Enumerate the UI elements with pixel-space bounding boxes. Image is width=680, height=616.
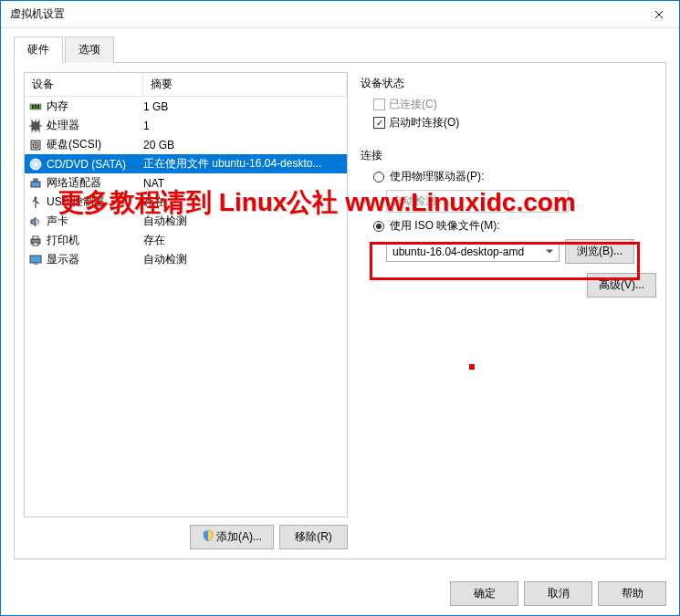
- connect-on-start-checkbox[interactable]: ✓: [373, 117, 385, 129]
- device-row-printer[interactable]: 打印机存在: [25, 231, 347, 250]
- svg-rect-17: [34, 263, 37, 265]
- iso-input-row: ubuntu-16.04-desktop-amd 浏览(B)...: [386, 239, 656, 264]
- iso-file-combo[interactable]: ubuntu-16.04-desktop-amd: [386, 242, 560, 262]
- device-row-cpu[interactable]: 处理器1: [25, 116, 347, 135]
- device-table: 设备 摘要 内存1 GB处理器1硬盘(SCSI)20 GBCD/DVD (SAT…: [24, 72, 348, 517]
- device-name: 显示器: [47, 252, 79, 267]
- device-name: 硬盘(SCSI): [47, 137, 101, 152]
- table-body: 内存1 GB处理器1硬盘(SCSI)20 GBCD/DVD (SATA)正在使用…: [25, 97, 347, 517]
- remove-button[interactable]: 移除(R): [279, 525, 348, 549]
- iso-row[interactable]: 使用 ISO 映像文件(M):: [373, 218, 656, 234]
- svg-rect-14: [33, 236, 38, 239]
- device-row-display[interactable]: 显示器自动检测: [25, 250, 347, 269]
- tab-bar: 硬件 选项: [14, 36, 666, 63]
- cpu-icon: [28, 119, 43, 133]
- close-button[interactable]: [638, 1, 679, 27]
- device-summary: 存在: [143, 233, 343, 248]
- svg-rect-16: [30, 256, 41, 263]
- browse-button[interactable]: 浏览(B)...: [565, 239, 634, 264]
- device-row-net[interactable]: 网络适配器NAT: [25, 173, 347, 193]
- advanced-button[interactable]: 高级(V)...: [587, 273, 656, 298]
- connect-on-start-row[interactable]: ✓ 启动时连接(O): [373, 115, 656, 131]
- right-pane: 设备状态 已连接(C) ✓ 启动时连接(O) 连接 使用物理驱动器(P): 自动…: [357, 72, 656, 549]
- titlebar: 虚拟机设置: [1, 1, 679, 28]
- help-button[interactable]: 帮助: [598, 581, 666, 606]
- device-name: 内存: [47, 99, 68, 114]
- iso-label: 使用 ISO 映像文件(M):: [390, 218, 500, 234]
- device-row-memory[interactable]: 内存1 GB: [25, 97, 347, 116]
- tab-hardware[interactable]: 硬件: [14, 37, 63, 63]
- svg-rect-10: [31, 182, 40, 187]
- connect-on-start-label: 启动时连接(O): [389, 115, 459, 131]
- ok-button[interactable]: 确定: [450, 581, 518, 606]
- device-name: 打印机: [47, 233, 79, 248]
- physical-drive-label: 使用物理驱动器(P):: [390, 169, 484, 184]
- iso-radio[interactable]: [373, 221, 384, 232]
- device-summary: NAT: [143, 177, 343, 190]
- header-device[interactable]: 设备: [25, 73, 143, 96]
- svg-rect-15: [33, 243, 38, 245]
- header-summary[interactable]: 摘要: [143, 73, 347, 96]
- vm-settings-window: 虚拟机设置 硬件 选项 更多教程请到 Linux公社 www.Linuxidc.…: [0, 0, 680, 616]
- connected-checkbox: [373, 99, 385, 110]
- advanced-row: 高级(V)...: [361, 273, 656, 298]
- display-icon: [28, 253, 43, 267]
- left-buttons: 添加(A)... 移除(R): [24, 517, 348, 549]
- footer: 确定 取消 帮助: [1, 572, 679, 615]
- svg-rect-2: [35, 105, 37, 109]
- device-summary: 自动检测: [143, 252, 343, 267]
- physical-drive-row[interactable]: 使用物理驱动器(P):: [373, 169, 656, 184]
- printer-icon: [28, 234, 43, 248]
- physical-drive-combo: 自动检测: [386, 190, 569, 213]
- svg-rect-3: [37, 105, 39, 109]
- device-summary: 1 GB: [143, 100, 343, 113]
- svg-point-12: [35, 196, 37, 199]
- connection-label: 连接: [361, 148, 656, 163]
- device-name: CD/DVD (SATA): [47, 158, 126, 171]
- device-row-cd[interactable]: CD/DVD (SATA)正在使用文件 ubuntu-16.04-deskto.…: [25, 154, 347, 173]
- window-title: 虚拟机设置: [10, 6, 638, 22]
- cancel-button[interactable]: 取消: [524, 581, 592, 606]
- device-summary: 1: [143, 120, 343, 132]
- cd-icon: [28, 157, 43, 172]
- tab-content: 更多教程请到 Linux公社 www.Linuxidc.com 设备 摘要 内存…: [14, 63, 666, 559]
- physical-drive-radio[interactable]: [373, 172, 384, 183]
- svg-rect-11: [34, 179, 37, 182]
- sound-icon: [28, 214, 43, 229]
- device-name: 网络适配器: [47, 175, 101, 191]
- device-name: 处理器: [47, 118, 79, 133]
- svg-point-9: [35, 162, 37, 165]
- svg-point-7: [35, 144, 37, 146]
- device-row-sound[interactable]: 声卡自动检测: [25, 212, 347, 231]
- dialog-body: 硬件 选项 更多教程请到 Linux公社 www.Linuxidc.com 设备…: [1, 28, 679, 572]
- shield-icon: [202, 529, 214, 542]
- add-button[interactable]: 添加(A)...: [190, 525, 274, 549]
- net-icon: [28, 176, 43, 191]
- svg-rect-1: [32, 105, 34, 109]
- device-summary: 正在使用文件 ubuntu-16.04-deskto...: [143, 156, 343, 172]
- tab-options[interactable]: 选项: [65, 37, 114, 63]
- disk-icon: [28, 138, 43, 152]
- device-status-label: 设备状态: [361, 76, 656, 91]
- memory-icon: [28, 99, 43, 114]
- device-summary: 20 GB: [143, 139, 343, 151]
- device-name: USB 控制器: [47, 194, 105, 210]
- table-header: 设备 摘要: [25, 73, 347, 97]
- device-row-usb[interactable]: USB 控制器存在: [25, 193, 347, 212]
- left-pane: 设备 摘要 内存1 GB处理器1硬盘(SCSI)20 GBCD/DVD (SAT…: [24, 72, 348, 549]
- connected-label: 已连接(C): [389, 97, 437, 112]
- svg-rect-4: [32, 122, 39, 130]
- device-row-disk[interactable]: 硬盘(SCSI)20 GB: [25, 135, 347, 154]
- device-summary: 存在: [143, 194, 343, 210]
- device-summary: 自动检测: [143, 214, 343, 229]
- connected-row[interactable]: 已连接(C): [373, 97, 656, 112]
- close-icon: [654, 10, 664, 19]
- add-button-label: 添加(A)...: [216, 530, 262, 543]
- device-name: 声卡: [47, 214, 68, 229]
- usb-icon: [28, 195, 43, 210]
